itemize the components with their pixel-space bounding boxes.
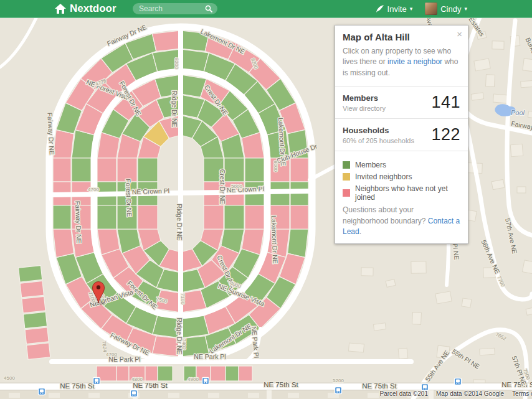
bus-stop-icon	[132, 395, 133, 396]
building-footprint	[510, 144, 523, 157]
terms-of-use-link[interactable]: Terms of Use	[512, 390, 532, 397]
parcel[interactable]	[288, 229, 308, 258]
bus-stop-icon[interactable]	[335, 387, 342, 394]
logo-text: Nextdoor	[70, 2, 116, 15]
invite-quill-icon	[376, 4, 384, 13]
bus-stop-icon[interactable]	[202, 378, 209, 385]
search-icon[interactable]	[205, 5, 212, 12]
members-swatch	[343, 161, 350, 169]
parcel[interactable]	[97, 205, 116, 229]
parcel[interactable]	[138, 205, 158, 229]
parcel[interactable]	[22, 296, 45, 313]
bus-stop-icon	[95, 382, 96, 383]
bus-stop-icon[interactable]	[131, 390, 138, 397]
parcel[interactable]	[245, 158, 264, 182]
building-footprint	[480, 348, 495, 355]
members-label: Members	[343, 93, 386, 103]
parcel[interactable]	[181, 316, 209, 338]
bus-stop-icon	[95, 379, 98, 382]
bus-stop-icon	[135, 395, 136, 396]
parcel[interactable]	[72, 158, 91, 182]
view-directory-link[interactable]: View directory	[343, 105, 386, 112]
parcel[interactable]	[245, 205, 264, 229]
bus-stop-icon	[40, 393, 41, 394]
households-stat-row: Households 60% of 205 households 122	[335, 118, 468, 151]
building-footprint	[492, 41, 504, 49]
parcel[interactable]	[20, 281, 44, 298]
parcel[interactable]	[224, 205, 244, 229]
bus-stop-icon	[97, 382, 98, 383]
bus-stop-icon	[339, 392, 340, 393]
parcel[interactable]	[152, 31, 181, 51]
bus-stop-icon[interactable]	[455, 378, 462, 385]
building-footprint	[248, 393, 259, 398]
building-footprint	[471, 93, 483, 101]
legend-section: Members Invited neighbors Neighbors who …	[335, 151, 468, 243]
bus-stop-icon	[458, 383, 460, 384]
parcel[interactable]	[224, 158, 244, 182]
avatar	[425, 2, 437, 15]
building-footprint	[493, 94, 508, 103]
street-label: NE 75th St	[133, 382, 168, 389]
building-footprint	[168, 393, 179, 398]
parcel[interactable]	[138, 158, 158, 182]
header-right: Invite ▾ Cindy ▾	[376, 0, 467, 17]
parcel-number-label: 7100	[180, 293, 186, 304]
building-footprint	[373, 323, 386, 331]
chevron-down-icon: ▾	[410, 6, 413, 12]
households-label: Households	[343, 126, 414, 135]
bus-stop-icon	[456, 383, 457, 384]
street-label: Ridge Dr NE	[176, 204, 183, 241]
parcel[interactable]	[27, 343, 50, 360]
nextdoor-logo[interactable]: Nextdoor	[55, 0, 116, 17]
parcel[interactable]	[290, 158, 308, 182]
legend-label: Neighbors who have not yet joined	[355, 184, 460, 202]
parcel[interactable]	[290, 205, 308, 229]
parcel[interactable]	[145, 366, 158, 381]
members-count: 141	[431, 93, 460, 112]
bus-stop-icon[interactable]	[39, 388, 45, 395]
bus-stop-icon	[423, 388, 424, 390]
legend-item-members: Members	[343, 161, 460, 169]
parcel-number-label: 8200	[174, 58, 179, 69]
parcel[interactable]	[97, 158, 116, 182]
parcel[interactable]	[53, 205, 71, 229]
close-icon[interactable]: ×	[457, 29, 462, 39]
building-footprint	[435, 291, 452, 304]
legend-item-nonmembers: Neighbors who have not yet joined	[343, 184, 460, 202]
bus-stop-icon	[423, 385, 427, 388]
building-footprint	[411, 261, 426, 273]
map-attribution: Parcel data ©201 Map data ©2014 Google T…	[380, 390, 532, 397]
parcel[interactable]	[53, 158, 71, 182]
parcel-number-label: 5000	[231, 184, 242, 189]
parcel[interactable]	[239, 366, 252, 381]
search-box[interactable]	[133, 3, 217, 14]
invite-a-neighbor-link[interactable]: invite a neighbor	[387, 57, 442, 66]
legend-label: Invited neighbors	[355, 172, 412, 181]
parcel[interactable]	[204, 205, 224, 229]
parcel[interactable]	[19, 266, 42, 283]
parcel[interactable]	[211, 366, 226, 381]
street-label: Ridge Dr NE	[171, 91, 178, 128]
bus-stop-icon[interactable]	[422, 384, 429, 391]
parcel-data-credit: Parcel data ©201	[380, 390, 428, 397]
parcel-number-label: 4700	[88, 187, 99, 192]
road	[267, 390, 272, 399]
parcel[interactable]	[53, 229, 74, 258]
bus-stop-icon[interactable]	[93, 378, 100, 385]
legend-item-invited: Invited neighbors	[343, 172, 460, 181]
parcel-number-label: 7624	[101, 341, 108, 353]
parcel[interactable]	[23, 312, 47, 329]
parcel[interactable]	[158, 366, 173, 381]
user-menu[interactable]: Cindy ▾	[425, 2, 467, 15]
search-input[interactable]	[138, 4, 205, 14]
building-footprint	[288, 393, 299, 398]
parcel[interactable]	[226, 366, 239, 381]
parcel[interactable]	[25, 327, 49, 344]
parcel[interactable]	[117, 158, 137, 182]
street-label: Forest Dr NE	[125, 179, 133, 217]
street-label: Crest Dr NE	[219, 169, 226, 205]
parcel[interactable]	[116, 366, 129, 381]
invite-menu[interactable]: Invite ▾	[376, 4, 413, 14]
parcel-number-label: 4700	[106, 352, 117, 357]
